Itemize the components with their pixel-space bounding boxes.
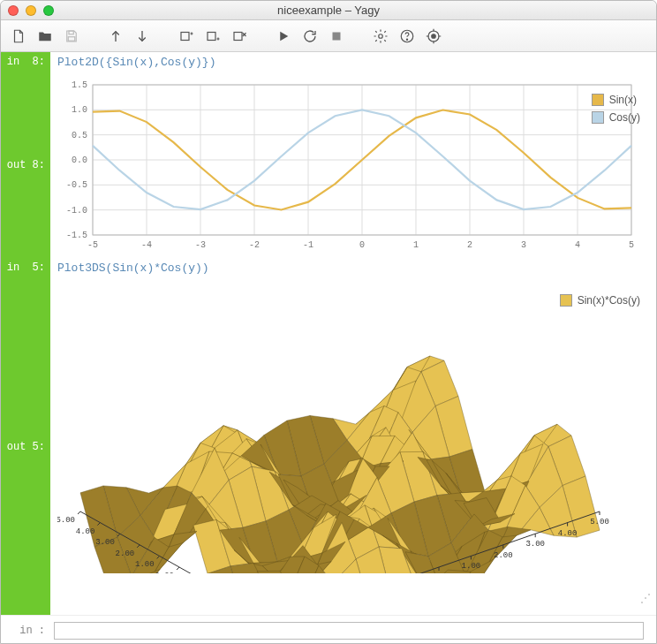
plot2d-legend: Sin(x) Cos(y) xyxy=(592,94,640,124)
gutter-in-5: in 5: xyxy=(1,258,50,278)
cell-in-5: in 5: Plot3DS(Sin(x)*Cos(y)) xyxy=(1,258,656,278)
notebook: in 8: Plot2D({Sin(x),Cos(y)}) out 8: -5-… xyxy=(1,52,656,615)
svg-text:1.0: 1.0 xyxy=(72,105,87,115)
svg-text:5.00: 5.00 xyxy=(590,518,609,527)
plot3d-legend: Sin(x)*Cos(y) xyxy=(560,294,640,307)
svg-point-8 xyxy=(406,39,407,40)
svg-text:4.00: 4.00 xyxy=(76,527,95,536)
settings-button[interactable] xyxy=(370,26,391,47)
insert-after-button[interactable] xyxy=(202,26,223,47)
svg-rect-2 xyxy=(181,32,189,40)
gutter-out-8: out 8: xyxy=(1,72,50,258)
swatch-3d-icon xyxy=(560,294,572,307)
target-button[interactable] xyxy=(423,26,444,47)
delete-cell-button[interactable] xyxy=(229,26,250,47)
svg-text:2.00: 2.00 xyxy=(116,549,135,558)
cell-out-8: out 8: -5-4-3-2-1012345-1.5-1.0-0.50.00.… xyxy=(1,72,656,258)
cell-in-8: in 8: Plot2D({Sin(x),Cos(y)}) xyxy=(1,52,656,72)
svg-text:-3: -3 xyxy=(195,240,206,250)
move-down-button[interactable] xyxy=(132,26,153,47)
svg-rect-1 xyxy=(68,36,75,41)
svg-rect-3 xyxy=(208,32,215,40)
close-icon[interactable] xyxy=(8,5,19,16)
plot3d-container[interactable]: -1.00-0.60-0.200.200.601.00-5.00-4.00-3.… xyxy=(50,278,656,615)
svg-text:0: 0 xyxy=(359,240,365,250)
cell-out-5: out 5: -1.00-0.60-0.200.200.601.00-5.00-… xyxy=(1,278,656,615)
save-button[interactable] xyxy=(61,26,82,47)
svg-text:3.00: 3.00 xyxy=(525,540,545,549)
legend-3d-label: Sin(x)*Cos(y) xyxy=(578,294,640,307)
move-up-button[interactable] xyxy=(105,26,126,47)
svg-text:5.00: 5.00 xyxy=(57,516,75,525)
stop-button[interactable] xyxy=(326,26,347,47)
svg-text:1.00: 1.00 xyxy=(462,562,481,571)
svg-text:3: 3 xyxy=(521,240,526,250)
svg-text:0.0: 0.0 xyxy=(72,155,87,165)
svg-text:2.00: 2.00 xyxy=(494,551,513,560)
svg-text:1.5: 1.5 xyxy=(72,80,87,90)
resize-grip-icon[interactable]: ⋰ xyxy=(640,592,651,604)
svg-rect-0 xyxy=(69,31,73,34)
svg-line-105 xyxy=(78,511,80,514)
svg-text:1.00: 1.00 xyxy=(135,560,155,569)
svg-rect-4 xyxy=(234,32,242,40)
svg-point-10 xyxy=(432,34,436,38)
svg-point-6 xyxy=(379,34,383,38)
svg-text:-1.0: -1.0 xyxy=(66,206,87,216)
command-input[interactable] xyxy=(54,622,644,640)
code-in-8[interactable]: Plot2D({Sin(x),Cos(y)}) xyxy=(50,52,656,72)
svg-text:-4: -4 xyxy=(141,240,152,250)
plot2d-svg: -5-4-3-2-1012345-1.5-1.0-0.50.00.51.01.5 xyxy=(57,76,640,257)
window-title: niceexample – Yagy xyxy=(1,4,656,17)
swatch-cos-icon xyxy=(592,111,604,124)
zoom-icon[interactable] xyxy=(43,5,54,16)
input-prompt: in : xyxy=(1,616,50,644)
svg-text:0.5: 0.5 xyxy=(72,131,87,140)
svg-text:-0.5: -0.5 xyxy=(66,180,87,190)
legend-sin-label: Sin(x) xyxy=(609,94,637,106)
insert-before-button[interactable] xyxy=(176,26,197,47)
svg-text:-1: -1 xyxy=(303,240,313,250)
code-in-5[interactable]: Plot3DS(Sin(x)*Cos(y)) xyxy=(50,258,656,278)
window-controls xyxy=(8,5,54,16)
minimize-icon[interactable] xyxy=(26,5,36,16)
run-button[interactable] xyxy=(273,26,294,47)
open-file-button[interactable] xyxy=(34,26,56,47)
svg-text:4.00: 4.00 xyxy=(558,529,578,538)
svg-text:-2: -2 xyxy=(249,240,260,250)
svg-text:-5: -5 xyxy=(87,240,98,250)
svg-line-95 xyxy=(177,567,179,570)
gutter-out-5: out 5: xyxy=(1,278,50,615)
gutter-in-8: in 8: xyxy=(1,52,50,72)
svg-text:5: 5 xyxy=(629,240,634,250)
svg-text:4: 4 xyxy=(575,240,580,250)
svg-text:1: 1 xyxy=(413,240,419,250)
plot3d-svg: -1.00-0.60-0.200.200.601.00-5.00-4.00-3.… xyxy=(57,282,640,573)
svg-text:3.00: 3.00 xyxy=(95,538,115,547)
help-button[interactable] xyxy=(396,26,418,47)
toolbar xyxy=(1,20,656,52)
swatch-sin-icon xyxy=(592,94,604,106)
legend-cos-label: Cos(y) xyxy=(609,111,640,124)
svg-text:2: 2 xyxy=(467,240,472,250)
reload-button[interactable] xyxy=(299,26,321,47)
svg-text:0.00: 0.00 xyxy=(155,572,174,573)
svg-rect-5 xyxy=(333,32,341,40)
plot2d-container[interactable]: -5-4-3-2-1012345-1.5-1.0-0.50.00.51.01.5… xyxy=(50,72,656,258)
titlebar: niceexample – Yagy xyxy=(1,1,656,20)
new-file-button[interactable] xyxy=(8,26,29,47)
svg-text:-1.5: -1.5 xyxy=(66,231,87,240)
input-bar: in : xyxy=(1,615,656,644)
